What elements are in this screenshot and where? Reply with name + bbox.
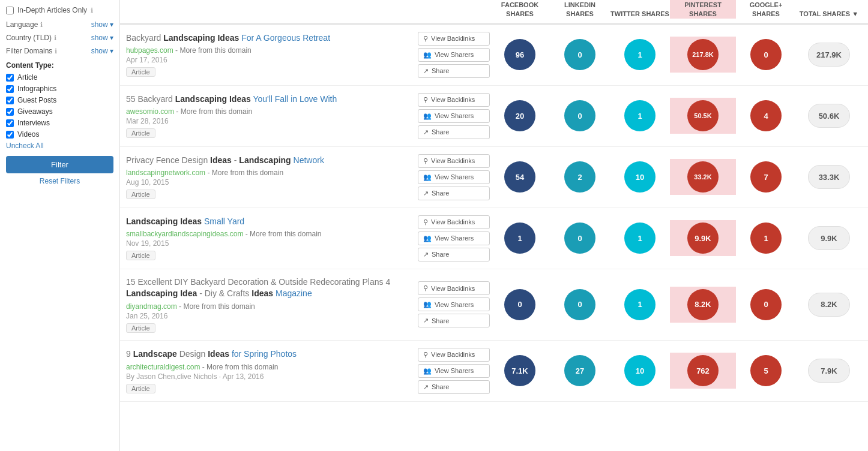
indepth-info-icon[interactable]: ℹ bbox=[91, 7, 93, 14]
googleplus-col-0: 0 bbox=[736, 39, 796, 70]
total-col-2: 33.3K bbox=[796, 165, 862, 189]
total-col-3: 9.9K bbox=[796, 226, 862, 250]
view-sharers-btn-3[interactable]: 👥View Sharers bbox=[418, 231, 490, 245]
indepth-label: In-Depth Articles Only bbox=[17, 6, 87, 14]
pinterest-col-2: 33.2K bbox=[670, 159, 736, 195]
total-count-5: 7.9K bbox=[808, 359, 850, 383]
result-date-2: Aug 10, 2015 bbox=[126, 178, 418, 187]
content-type-label-0: Article bbox=[17, 73, 37, 82]
view-sharers-btn-1[interactable]: 👥View Sharers bbox=[418, 109, 490, 123]
view-backlinks-btn-icon-2: ⚲ bbox=[423, 157, 428, 165]
result-content-4: 15 Excellent DIY Backyard Decoration & O… bbox=[126, 276, 418, 333]
content-type-item-videos[interactable]: Videos bbox=[6, 130, 113, 139]
language-show[interactable]: show ▾ bbox=[91, 20, 113, 29]
result-date-5: By Jason Chen,clive Nichols · Apr 13, 20… bbox=[126, 372, 418, 381]
view-backlinks-btn-1[interactable]: ⚲View Backlinks bbox=[418, 93, 490, 107]
result-domain-link-5[interactable]: architecturaldigest.com bbox=[126, 363, 200, 371]
content-type-checkbox-4[interactable] bbox=[6, 119, 14, 127]
pinterest-col-3: 9.9K bbox=[670, 220, 736, 256]
content-type-label-5: Videos bbox=[17, 130, 39, 139]
result-title-link-0[interactable]: Backyard Landscaping Ideas For A Gorgeou… bbox=[126, 33, 330, 43]
result-title-link-2[interactable]: Privacy Fence Design Ideas - Landscaping… bbox=[126, 155, 324, 165]
share-btn-3[interactable]: ↗Share bbox=[418, 248, 490, 261]
content-type-label-4: Interviews bbox=[17, 119, 50, 127]
result-date-4: Jan 25, 2016 bbox=[126, 312, 418, 320]
view-backlinks-btn-icon-5: ⚲ bbox=[423, 351, 428, 359]
result-title-link-1[interactable]: 55 Backyard Landscaping Ideas You'll Fal… bbox=[126, 94, 337, 104]
content-type-checkbox-5[interactable] bbox=[6, 131, 14, 139]
filter-domains-show[interactable]: show ▾ bbox=[91, 47, 113, 55]
linkedin-col-0: 0 bbox=[550, 39, 610, 70]
twitter-col-3: 1 bbox=[610, 223, 670, 254]
filter-domains-label: Filter Domains ℹ bbox=[6, 47, 57, 55]
result-domain-4: diyandmag.com - More from this domain bbox=[126, 302, 418, 311]
total-count-3: 9.9K bbox=[808, 226, 850, 250]
total-col-4: 8.2K bbox=[796, 293, 862, 317]
view-sharers-btn-0[interactable]: 👥View Sharers bbox=[418, 48, 490, 62]
indepth-checkbox[interactable] bbox=[6, 7, 14, 14]
content-type-item-giveaways[interactable]: Giveaways bbox=[6, 107, 113, 116]
view-sharers-btn-icon-4: 👥 bbox=[423, 300, 432, 308]
share-btn-5[interactable]: ↗Share bbox=[418, 380, 490, 394]
twitter-col-1: 1 bbox=[610, 100, 670, 131]
view-backlinks-btn-0[interactable]: ⚲View Backlinks bbox=[418, 32, 490, 46]
country-label: Country (TLD) ℹ bbox=[6, 34, 56, 42]
content-type-label-3: Giveaways bbox=[17, 107, 53, 116]
result-domain-link-0[interactable]: hubpages.com bbox=[126, 46, 173, 55]
view-sharers-btn-5[interactable]: 👥View Sharers bbox=[418, 364, 490, 378]
twitter-count-5: 10 bbox=[624, 355, 656, 386]
table-row: Privacy Fence Design Ideas - Landscaping… bbox=[120, 147, 868, 208]
result-domain-5: architecturaldigest.com - More from this… bbox=[126, 363, 418, 371]
language-info-icon[interactable]: ℹ bbox=[40, 21, 43, 29]
language-label: Language ℹ bbox=[6, 20, 43, 29]
result-title-link-4[interactable]: 15 Excellent DIY Backyard Decoration & O… bbox=[126, 277, 390, 299]
filter-button[interactable]: Filter bbox=[6, 156, 113, 173]
content-type-checkbox-3[interactable] bbox=[6, 108, 14, 116]
result-title-link-3[interactable]: Landscaping Ideas Small Yard bbox=[126, 217, 244, 226]
fb-col-5: 7.1K bbox=[490, 355, 550, 386]
result-domain-link-1[interactable]: awesomio.com bbox=[126, 107, 174, 116]
view-sharers-btn-2[interactable]: 👥View Sharers bbox=[418, 170, 490, 184]
result-domain-link-2[interactable]: landscapingnetwork.com bbox=[126, 169, 205, 177]
content-type-checkbox-0[interactable] bbox=[6, 74, 14, 82]
result-content-3: Landscaping Ideas Small Yardsmallbackyar… bbox=[126, 216, 418, 261]
view-sharers-btn-4[interactable]: 👥View Sharers bbox=[418, 297, 490, 311]
googleplus-col-1: 4 bbox=[736, 100, 796, 131]
result-domain-link-3[interactable]: smallbackyardlandscapingideas.com bbox=[126, 230, 243, 238]
view-backlinks-btn-5[interactable]: ⚲View Backlinks bbox=[418, 348, 490, 362]
view-backlinks-btn-2[interactable]: ⚲View Backlinks bbox=[418, 154, 490, 168]
view-backlinks-btn-4[interactable]: ⚲View Backlinks bbox=[418, 281, 490, 295]
country-info-icon[interactable]: ℹ bbox=[54, 34, 56, 42]
content-type-item-guest-posts[interactable]: Guest Posts bbox=[6, 96, 113, 104]
uncheck-all-link[interactable]: Uncheck All bbox=[6, 142, 113, 150]
googleplus-col-2: 7 bbox=[736, 161, 796, 193]
reset-filters-link[interactable]: Reset Filters bbox=[6, 177, 113, 185]
total-count-4: 8.2K bbox=[808, 293, 850, 317]
share-btn-0[interactable]: ↗Share bbox=[418, 64, 490, 78]
share-btn-4[interactable]: ↗Share bbox=[418, 314, 490, 327]
col-linkedin-header: LINKEDIN SHARES bbox=[550, 0, 610, 19]
action-buttons-1: ⚲View Backlinks👥View Sharers↗Share bbox=[418, 93, 490, 139]
view-backlinks-btn-3[interactable]: ⚲View Backlinks bbox=[418, 215, 490, 229]
googleplus-col-3: 1 bbox=[736, 223, 796, 254]
twitter-col-5: 10 bbox=[610, 355, 670, 386]
share-btn-1[interactable]: ↗Share bbox=[418, 125, 490, 139]
content-type-checkbox-1[interactable] bbox=[6, 85, 14, 93]
content-type-checkbox-2[interactable] bbox=[6, 97, 14, 104]
content-type-item-article[interactable]: Article bbox=[6, 73, 113, 82]
result-domain-link-4[interactable]: diyandmag.com bbox=[126, 302, 177, 311]
table-row: 9 Landscape Design Ideas for Spring Phot… bbox=[120, 341, 868, 402]
table-row: 15 Excellent DIY Backyard Decoration & O… bbox=[120, 269, 868, 341]
content-type-item-infographics[interactable]: Infographics bbox=[6, 85, 113, 93]
pinterest-count-2: 33.2K bbox=[687, 161, 719, 193]
googleplus-col-5: 5 bbox=[736, 355, 796, 386]
content-type-item-interviews[interactable]: Interviews bbox=[6, 119, 113, 127]
result-content-1: 55 Backyard Landscaping Ideas You'll Fal… bbox=[126, 94, 418, 139]
pinterest-count-5: 762 bbox=[687, 355, 719, 386]
country-show[interactable]: show ▾ bbox=[91, 34, 113, 42]
share-btn-2[interactable]: ↗Share bbox=[418, 187, 490, 200]
filter-domains-info-icon[interactable]: ℹ bbox=[55, 47, 57, 55]
googleplus-count-2: 7 bbox=[750, 161, 782, 193]
result-title-5: 9 Landscape Design Ideas for Spring Phot… bbox=[126, 348, 418, 360]
result-title-link-5[interactable]: 9 Landscape Design Ideas for Spring Phot… bbox=[126, 349, 297, 359]
